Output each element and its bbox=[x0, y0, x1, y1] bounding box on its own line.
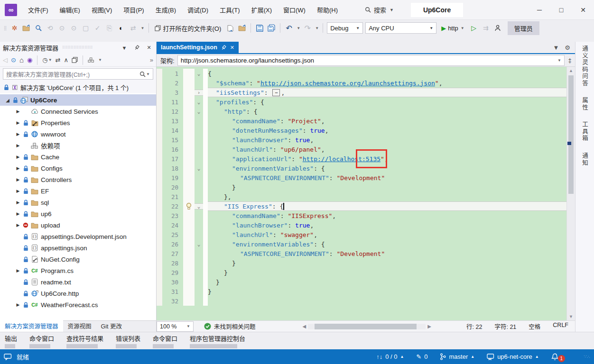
undo-icon[interactable]: ↶ bbox=[284, 22, 294, 34]
code-line-1[interactable]: 1⌄{ bbox=[157, 69, 566, 78]
bottom-tab-3[interactable]: 错误列表 bbox=[116, 334, 140, 348]
se-bottom-tab-解决方案资源管理器[interactable]: 解决方案资源管理器 bbox=[0, 319, 63, 332]
bottom-tab-5[interactable]: 程序包管理器控制台 bbox=[190, 334, 245, 348]
feedback-chat-icon[interactable] bbox=[4, 354, 12, 360]
hscrollbar-thumb[interactable] bbox=[315, 324, 417, 329]
tree-item-configs[interactable]: ▶Configs bbox=[0, 163, 156, 174]
collapse-all-icon[interactable]: ∧ bbox=[64, 56, 68, 64]
panel-close-icon[interactable]: ✕ bbox=[145, 45, 153, 51]
copy-page-icon[interactable]: ⎘ bbox=[105, 22, 114, 34]
menu-item-x[interactable]: 扩展(X) bbox=[246, 2, 277, 17]
editor-vertical-scrollbar[interactable]: ▲ ▼ bbox=[566, 67, 575, 320]
tree-item-upload[interactable]: ▶upload bbox=[0, 219, 156, 231]
search-options-chevron-icon[interactable]: ▼ bbox=[146, 72, 150, 76]
tree-item-cache[interactable]: ▶Cache bbox=[0, 151, 156, 163]
tree-item-controllers[interactable]: ▶Controllers bbox=[0, 174, 156, 185]
find-in-files-icon[interactable] bbox=[34, 22, 43, 34]
right-tab-工具箱[interactable]: 工具箱 bbox=[580, 121, 589, 142]
code-line-19[interactable]: 19"ASPNETCORE_ENVIRONMENT": "Development… bbox=[157, 173, 566, 182]
url-link[interactable]: http://localhos bbox=[303, 155, 358, 163]
git-repository-selector[interactable]: up6-net-core ▲ bbox=[487, 353, 539, 360]
sync-with-active-document-icon[interactable]: ◉ bbox=[27, 56, 32, 64]
toolbar-overflow-chevron-icon[interactable]: ▼ bbox=[141, 26, 145, 30]
code-line-31[interactable]: 31} bbox=[157, 287, 566, 296]
platform-dropdown[interactable]: Any CPU▼ bbox=[365, 22, 436, 34]
tree-item-sql[interactable]: ▶sql bbox=[0, 197, 156, 208]
expander-icon[interactable]: ▶ bbox=[14, 223, 22, 228]
minimize-button[interactable]: ─ bbox=[529, 0, 550, 19]
expander-icon[interactable]: ▶ bbox=[14, 132, 22, 136]
open-folder-icon[interactable] bbox=[237, 22, 247, 34]
schema-dropdown[interactable]: http://json.schemastore.org/launchsettin… bbox=[177, 55, 565, 66]
menu-item-w[interactable]: 窗口(W) bbox=[278, 2, 311, 17]
pin-icon[interactable] bbox=[221, 45, 226, 50]
home-icon[interactable]: ⌂ bbox=[19, 56, 24, 64]
se-toolbar-chevron-icon[interactable]: ▼ bbox=[98, 58, 102, 62]
tree-item-nuget-config[interactable]: NuGet.Config bbox=[0, 254, 156, 265]
editor-horizontal-scrollbar[interactable]: ◀ ▶ bbox=[301, 324, 433, 329]
expander-icon[interactable]: ▶ bbox=[14, 200, 22, 205]
fold-open-icon[interactable]: ⌄ bbox=[195, 241, 203, 247]
tree-item-ef[interactable]: ▶EF bbox=[0, 185, 156, 197]
menu-item-p[interactable]: 项目(P) bbox=[118, 2, 149, 17]
hot-reload-icon[interactable]: ⇉ bbox=[481, 22, 491, 34]
menu-item-f[interactable]: 文件(F) bbox=[23, 2, 54, 17]
expander-icon[interactable]: ▶ bbox=[14, 109, 22, 114]
fold-open-icon[interactable]: ⌄ bbox=[195, 71, 203, 77]
bottom-tab-2[interactable]: 查找符号结果 bbox=[66, 334, 103, 348]
properties-pages-icon[interactable] bbox=[72, 57, 78, 63]
expander-icon[interactable]: ◢ bbox=[4, 98, 11, 103]
expander-icon[interactable]: ▶ bbox=[14, 177, 22, 182]
expander-icon[interactable]: ▶ bbox=[14, 166, 22, 171]
redo-chevron-icon[interactable]: ▼ bbox=[315, 26, 319, 30]
editor-options-gear-icon[interactable]: ⚙ bbox=[565, 44, 570, 51]
scrollbar-thumb[interactable] bbox=[568, 75, 574, 194]
expander-icon[interactable]: ▶ bbox=[14, 120, 22, 125]
menu-item-h[interactable]: 帮助(H) bbox=[312, 2, 343, 17]
start-debugging-button[interactable]: ▶ http ▼ bbox=[439, 22, 467, 34]
tree-item-readme-txt[interactable]: readme.txt bbox=[0, 276, 156, 288]
panel-menu-chevron-icon[interactable]: ▼ bbox=[120, 45, 129, 51]
expander-icon[interactable]: ▶ bbox=[14, 211, 22, 216]
expander-icon[interactable]: ▶ bbox=[14, 155, 22, 159]
tree-item-weatherforecast-cs[interactable]: ▶C#WeatherForecast.cs bbox=[0, 299, 156, 310]
new-item-icon[interactable]: ✲ bbox=[10, 22, 19, 34]
menu-item-v[interactable]: 视图(V) bbox=[86, 2, 117, 17]
menu-item-e[interactable]: 编辑(E) bbox=[55, 2, 85, 17]
resize-grip[interactable]: ⸪⸫ bbox=[584, 354, 590, 359]
right-tab-通义灵码问答[interactable]: 通义灵码问答 bbox=[580, 46, 589, 87]
code-line-24[interactable]: 24"launchBrowser": true, bbox=[157, 220, 566, 230]
navigate-forward-icon[interactable]: ⊙ bbox=[69, 22, 79, 34]
pending-changes-filter-icon[interactable]: ◷▼ bbox=[42, 56, 52, 64]
git-branch-selector[interactable]: master ▲ bbox=[440, 353, 474, 360]
code-line-29[interactable]: 29} bbox=[157, 268, 566, 277]
scroll-down-icon[interactable]: ▼ bbox=[567, 314, 575, 319]
code-line-26[interactable]: 26⌄"environmentVariables": { bbox=[157, 239, 566, 249]
code-editor[interactable]: 1⌄{2"$schema": "http://json.schemastore.… bbox=[157, 67, 566, 320]
expander-icon[interactable]: ▶ bbox=[14, 268, 22, 273]
spell-check-icon[interactable]: ✓ bbox=[93, 22, 102, 34]
menu-item-t[interactable]: 工具(T) bbox=[214, 2, 245, 17]
annotated-url-fragment[interactable]: t:5135 bbox=[358, 155, 381, 163]
code-line-14[interactable]: 14"dotnetRunMessages": true, bbox=[157, 126, 566, 135]
switch-views-icon[interactable]: ⇄ bbox=[56, 56, 61, 64]
navigate-backward-icon[interactable]: ⊙ bbox=[57, 22, 67, 34]
tree-item-connected-services[interactable]: ▶Connected Services bbox=[0, 106, 156, 117]
right-tab-属性[interactable]: 属性 bbox=[580, 97, 589, 111]
tree-item-wwwroot[interactable]: ▶wwwroot bbox=[0, 128, 156, 140]
tree-item-program-cs[interactable]: ▶C#Program.cs bbox=[0, 265, 156, 276]
code-line-22[interactable]: 22⌄"IIS Express": { bbox=[157, 201, 566, 211]
panel-drag-texture[interactable]: ⠿⠿⠿⠿⠿⠿⠿⠿⠿⠿⠿ bbox=[62, 46, 116, 50]
box-selection-icon[interactable]: ▢ bbox=[81, 22, 91, 34]
se-forward-icon[interactable]: ⊙ bbox=[11, 56, 16, 64]
toolbar-grip[interactable]: ⣿ bbox=[4, 26, 7, 30]
tab-close-icon[interactable]: ✕ bbox=[230, 45, 234, 51]
se-back-icon[interactable]: ◁ bbox=[3, 56, 8, 64]
solution-row[interactable]: 解决方案 'Up6Core' (1 个项目，共 1 个) bbox=[0, 81, 156, 93]
tab-launchsettings[interactable]: launchSettings.json ✕ bbox=[157, 42, 239, 53]
notifications-button[interactable]: 1 bbox=[551, 351, 565, 362]
code-line-28[interactable]: 28} bbox=[157, 258, 566, 268]
url-link[interactable]: http://json.schemastore.org/launchsettin… bbox=[260, 80, 435, 87]
save-icon[interactable] bbox=[255, 22, 264, 34]
menu-item-b[interactable]: 生成(B) bbox=[150, 2, 181, 17]
